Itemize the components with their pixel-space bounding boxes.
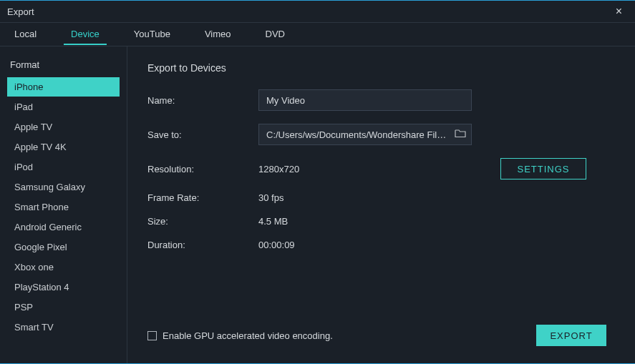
- resolution-label: Resolution:: [147, 164, 258, 174]
- framerate-value: 30 fps: [258, 192, 283, 203]
- format-item-android[interactable]: Android Generic: [7, 217, 120, 237]
- main-heading: Export to Devices: [147, 62, 615, 74]
- format-item-xbox[interactable]: Xbox one: [7, 257, 120, 277]
- format-item-ipad[interactable]: iPad: [7, 97, 120, 117]
- format-list: iPhone iPad Apple TV Apple TV 4K iPod Sa…: [6, 77, 121, 337]
- format-item-appletv4k[interactable]: Apple TV 4K: [7, 137, 120, 157]
- format-item-ps4[interactable]: PlayStation 4: [7, 277, 120, 297]
- resolution-value: 1280x720: [258, 164, 299, 174]
- format-item-ipod[interactable]: iPod: [7, 157, 120, 177]
- name-label: Name:: [147, 95, 258, 106]
- format-item-smartphone[interactable]: Smart Phone: [7, 197, 120, 217]
- tab-dvd[interactable]: DVD: [258, 24, 292, 45]
- framerate-label: Frame Rate:: [147, 192, 258, 203]
- size-label: Size:: [147, 216, 258, 227]
- settings-button[interactable]: SETTINGS: [500, 158, 586, 179]
- format-item-samsung[interactable]: Samsung Galaxy: [7, 177, 120, 197]
- close-button[interactable]: ×: [610, 3, 628, 20]
- format-item-appletv[interactable]: Apple TV: [7, 117, 120, 137]
- tab-local[interactable]: Local: [7, 24, 44, 45]
- duration-value: 00:00:09: [258, 240, 295, 250]
- tabs-bar: Local Device YouTube Vimeo DVD: [0, 22, 635, 46]
- save-label: Save to:: [147, 129, 258, 140]
- field-framerate: Frame Rate: 30 fps: [147, 192, 615, 203]
- field-save-to: Save to:: [147, 124, 615, 145]
- field-size: Size: 4.5 MB: [147, 216, 615, 227]
- folder-icon[interactable]: [455, 129, 466, 140]
- main-panel: Export to Devices Name: Save to: Resolut…: [127, 46, 635, 364]
- save-path-input[interactable]: [258, 124, 472, 145]
- size-value: 4.5 MB: [258, 216, 288, 227]
- field-resolution: Resolution: 1280x720 SETTINGS: [147, 158, 615, 179]
- footer-row: Enable GPU accelerated video encoding. E…: [147, 325, 615, 346]
- tab-vimeo[interactable]: Vimeo: [198, 24, 238, 45]
- tab-youtube[interactable]: YouTube: [127, 24, 178, 45]
- format-item-iphone[interactable]: iPhone: [7, 77, 120, 97]
- gpu-checkbox-label: Enable GPU accelerated video encoding.: [163, 330, 333, 341]
- window-title: Export: [7, 6, 34, 17]
- format-item-smarttv[interactable]: Smart TV: [7, 318, 120, 337]
- checkbox-box-icon: [147, 331, 157, 340]
- duration-label: Duration:: [147, 240, 258, 250]
- format-item-psp[interactable]: PSP: [7, 297, 120, 317]
- field-name: Name:: [147, 89, 615, 111]
- export-button[interactable]: EXPORT: [536, 325, 606, 346]
- content-body: Format iPhone iPad Apple TV Apple TV 4K …: [0, 46, 635, 364]
- name-input[interactable]: [258, 89, 472, 111]
- tab-device[interactable]: Device: [64, 24, 107, 45]
- field-duration: Duration: 00:00:09: [147, 240, 615, 250]
- gpu-checkbox[interactable]: Enable GPU accelerated video encoding.: [147, 330, 333, 341]
- titlebar: Export ×: [0, 1, 635, 22]
- sidebar-title: Format: [10, 59, 117, 70]
- format-item-pixel[interactable]: Google Pixel: [7, 237, 120, 257]
- sidebar: Format iPhone iPad Apple TV Apple TV 4K …: [0, 46, 127, 364]
